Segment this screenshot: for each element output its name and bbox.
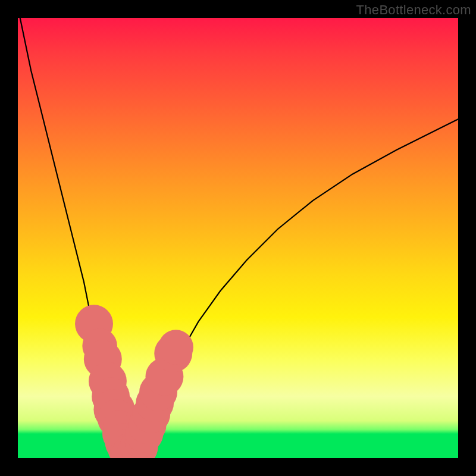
chart-svg xyxy=(18,18,458,458)
outer-frame: TheBottleneck.com xyxy=(0,0,476,476)
sample-dots xyxy=(75,305,193,458)
curve-right xyxy=(132,119,458,456)
sample-dot xyxy=(158,330,193,365)
watermark-text: TheBottleneck.com xyxy=(356,2,471,18)
plot-area xyxy=(18,18,458,458)
